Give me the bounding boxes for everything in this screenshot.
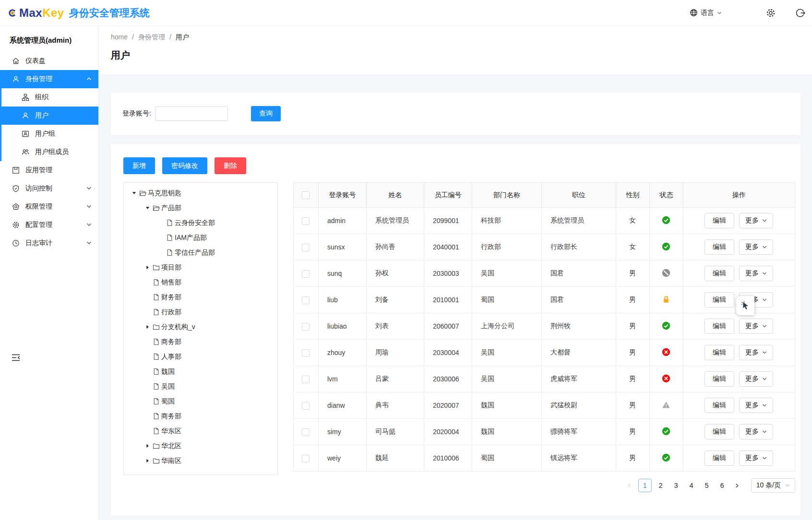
edit-button[interactable]: 编辑: [705, 398, 734, 413]
delete-button[interactable]: 删除: [215, 157, 246, 174]
sidebar-item-group-members[interactable]: 用户组成员: [1, 143, 98, 161]
floating-tool-button[interactable]: [736, 296, 754, 315]
sidebar-item-user-groups[interactable]: 用户组: [1, 125, 98, 143]
cell-status: [650, 340, 683, 366]
tree-node[interactable]: 产品部: [124, 201, 277, 215]
row-checkbox[interactable]: [302, 217, 310, 225]
sidebar-item-configuration[interactable]: 配置管理: [0, 216, 98, 234]
tree-node[interactable]: 华北区: [124, 438, 277, 453]
breadcrumb-item[interactable]: 身份管理: [138, 33, 165, 42]
account-input[interactable]: [155, 106, 228, 121]
more-button[interactable]: 更多: [739, 398, 773, 413]
breadcrumb: home/身份管理/用户: [111, 33, 812, 42]
breadcrumb-item[interactable]: home: [111, 33, 128, 42]
tree-node-label: 华北区: [161, 442, 181, 450]
more-button[interactable]: 更多: [739, 319, 773, 334]
sidebar-item-access-control[interactable]: 访问控制: [0, 179, 98, 198]
edit-button[interactable]: 编辑: [705, 239, 734, 255]
caret-right-icon[interactable]: [142, 444, 153, 448]
row-checkbox[interactable]: [302, 455, 310, 462]
tree-node[interactable]: 商务部: [124, 409, 277, 424]
caret-right-icon[interactable]: [142, 325, 153, 329]
select-all-checkbox[interactable]: [302, 191, 310, 199]
tree-node[interactable]: 项目部: [124, 260, 277, 275]
row-checkbox[interactable]: [302, 402, 310, 410]
tree-node[interactable]: 云身份安全部: [124, 215, 277, 230]
sidebar-item-audit[interactable]: 日志审计: [0, 234, 98, 252]
tree-node[interactable]: IAM产品部: [124, 230, 277, 245]
caret-down-icon[interactable]: [129, 191, 139, 195]
more-button[interactable]: 更多: [739, 450, 773, 466]
more-button[interactable]: 更多: [739, 371, 773, 387]
caret-down-icon[interactable]: [142, 206, 153, 210]
sidebar-item-label: 组织: [35, 93, 48, 102]
settings-gear-button[interactable]: [766, 8, 776, 18]
tree-node[interactable]: 商务部: [124, 334, 277, 349]
edit-button[interactable]: 编辑: [705, 424, 734, 439]
tree-node[interactable]: 行政部: [124, 305, 277, 319]
tree-node[interactable]: 蜀国: [124, 394, 277, 409]
page-2-button[interactable]: 2: [655, 482, 667, 489]
caret-right-icon[interactable]: [142, 265, 153, 270]
edit-button[interactable]: 编辑: [705, 450, 734, 466]
logout-button[interactable]: [796, 8, 805, 18]
row-checkbox[interactable]: [302, 376, 310, 383]
sidebar-item-identity[interactable]: 身份管理: [1, 70, 98, 88]
row-checkbox[interactable]: [302, 428, 310, 436]
chevron-down-icon: [762, 324, 767, 329]
more-button[interactable]: 更多: [739, 266, 773, 281]
sidebar-item-users[interactable]: 用户: [1, 106, 98, 125]
edit-button[interactable]: 编辑: [705, 345, 734, 360]
cell-status: [650, 313, 683, 340]
sidebar-item-permissions[interactable]: 权限管理: [0, 198, 98, 216]
language-selector[interactable]: 语言: [690, 9, 722, 17]
chevron-up-icon: [86, 75, 92, 83]
tree-node[interactable]: 财务部: [124, 290, 277, 305]
tree-node[interactable]: 华南区: [124, 453, 277, 468]
page-5-button[interactable]: 5: [701, 482, 713, 489]
sidebar-item-apps[interactable]: 应用管理: [0, 161, 98, 179]
table-row: liub刘备2010001蜀国国君男编辑更多: [294, 287, 795, 313]
sidebar-item-organization[interactable]: 组织: [1, 88, 98, 106]
row-checkbox[interactable]: [302, 244, 310, 251]
edit-button[interactable]: 编辑: [705, 213, 734, 228]
tree-node[interactable]: 零信任产品部: [124, 245, 277, 260]
tree-node[interactable]: 销售部: [124, 275, 277, 290]
page-size-select[interactable]: 10 条/页: [751, 478, 795, 493]
page-3-button[interactable]: 3: [670, 482, 682, 489]
tree-node[interactable]: 吴国: [124, 379, 277, 394]
caret-right-icon[interactable]: [142, 459, 153, 463]
next-page-button[interactable]: [730, 483, 744, 488]
prev-page-button[interactable]: [622, 483, 637, 488]
sidebar-item-dashboard[interactable]: 仪表盘: [0, 52, 98, 70]
gem-icon: [12, 203, 20, 211]
change-password-button[interactable]: 密码修改: [162, 157, 207, 174]
page-4-button[interactable]: 4: [685, 482, 698, 489]
more-button[interactable]: 更多: [739, 239, 773, 255]
query-button[interactable]: 查询: [251, 106, 281, 121]
edit-button[interactable]: 编辑: [705, 292, 734, 307]
row-checkbox[interactable]: [302, 270, 310, 278]
tree-node[interactable]: 马克思钥匙: [124, 186, 277, 201]
add-button[interactable]: 新增: [123, 157, 155, 174]
chevron-down-icon: [762, 245, 767, 249]
tree-node[interactable]: 魏国: [124, 364, 277, 379]
more-button[interactable]: 更多: [739, 213, 773, 228]
more-button[interactable]: 更多: [739, 345, 773, 360]
sidebar-collapse-button[interactable]: [12, 354, 20, 361]
row-checkbox[interactable]: [302, 296, 310, 304]
tree-node[interactable]: 华东区: [124, 424, 277, 438]
page-6-button[interactable]: 6: [716, 482, 728, 489]
page-1-button[interactable]: 1: [638, 479, 652, 492]
more-button[interactable]: 更多: [739, 424, 773, 439]
tree-node[interactable]: 人事部: [124, 349, 277, 364]
table-row: sunq孙权2030003吴国国君男编辑更多: [294, 260, 795, 287]
edit-button[interactable]: 编辑: [705, 371, 734, 387]
row-checkbox[interactable]: [302, 323, 310, 331]
tree-node[interactable]: 分支机构_v: [124, 319, 277, 334]
edit-button[interactable]: 编辑: [705, 319, 734, 334]
tree-node-label: IAM产品部: [175, 234, 207, 242]
row-checkbox[interactable]: [302, 349, 310, 357]
sidebar-item-label: 权限管理: [25, 202, 52, 211]
edit-button[interactable]: 编辑: [705, 266, 734, 281]
